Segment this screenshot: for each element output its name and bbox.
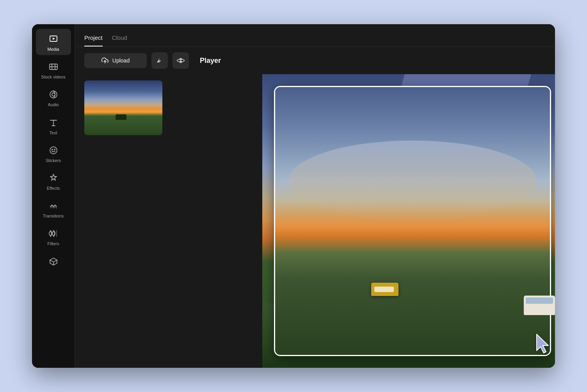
sidebar-item-stock-videos[interactable]: Stock videos <box>36 57 71 83</box>
player-frame <box>274 86 551 356</box>
player-area <box>262 74 555 368</box>
media-icon <box>47 33 60 45</box>
upload-label: Upload <box>112 57 130 64</box>
sidebar-item-stock-videos-label: Stock videos <box>41 75 65 80</box>
svg-point-15 <box>52 232 55 235</box>
sidebar-item-filters[interactable]: Filters <box>36 223 71 249</box>
sidebar-item-stickers[interactable]: Stickers <box>36 140 71 166</box>
media-thumbnail[interactable] <box>84 80 162 135</box>
filters-icon <box>47 227 60 240</box>
tab-project[interactable]: Project <box>84 31 103 46</box>
sidebar-item-transitions-label: Transitions <box>43 214 64 219</box>
upload-button[interactable]: Upload <box>84 53 147 68</box>
sidebar-item-stickers-label: Stickers <box>46 158 61 163</box>
thumbnail-sunset <box>84 80 162 135</box>
3d-icon <box>47 255 60 268</box>
svg-point-11 <box>50 147 57 154</box>
audio-icon <box>47 88 60 101</box>
stickers-icon <box>47 144 60 157</box>
sidebar-item-media-label: Media <box>48 47 59 52</box>
svg-point-12 <box>52 149 53 150</box>
sidebar-item-media[interactable]: Media <box>36 29 71 55</box>
text-icon <box>47 116 60 129</box>
player-label: Player <box>200 57 221 65</box>
stock-videos-icon <box>47 61 60 73</box>
upload-icon <box>101 57 109 64</box>
player-video <box>275 87 550 355</box>
sidebar-item-text[interactable]: Text <box>36 112 71 139</box>
google-drive-icon <box>156 57 164 64</box>
sidebar-item-text-label: Text <box>49 130 57 135</box>
sidebar-item-effects-label: Effects <box>47 186 60 191</box>
van-right <box>524 296 555 315</box>
sidebar-item-filters-label: Filters <box>48 241 59 246</box>
tab-cloud[interactable]: Cloud <box>112 31 127 46</box>
sidebar-item-transitions[interactable]: Transitions <box>36 196 71 222</box>
svg-line-16 <box>50 260 53 262</box>
media-area <box>75 74 555 368</box>
main-content: Project Cloud Upload <box>75 24 555 368</box>
dropbox-button[interactable] <box>173 52 189 69</box>
sidebar: Media Stock videos Audio Text <box>32 24 75 368</box>
transitions-icon <box>47 200 60 212</box>
app-window: Media Stock videos Audio Text <box>32 24 555 368</box>
toolbar: Upload Player <box>75 47 555 74</box>
svg-point-14 <box>49 232 52 235</box>
svg-line-17 <box>53 260 57 262</box>
svg-point-6 <box>50 91 57 98</box>
sidebar-item-3d[interactable] <box>36 251 71 271</box>
effects-icon <box>47 172 60 184</box>
google-drive-button[interactable] <box>151 52 168 69</box>
svg-marker-1 <box>53 37 55 40</box>
header-tabs: Project Cloud <box>75 24 555 47</box>
sidebar-item-audio[interactable]: Audio <box>36 84 71 110</box>
media-panel <box>75 74 262 368</box>
svg-point-13 <box>54 149 55 150</box>
sidebar-item-effects[interactable]: Effects <box>36 168 71 194</box>
media-grid <box>84 80 253 135</box>
dropbox-icon <box>177 57 185 64</box>
sidebar-item-audio-label: Audio <box>48 102 59 107</box>
van-detail <box>374 287 394 292</box>
